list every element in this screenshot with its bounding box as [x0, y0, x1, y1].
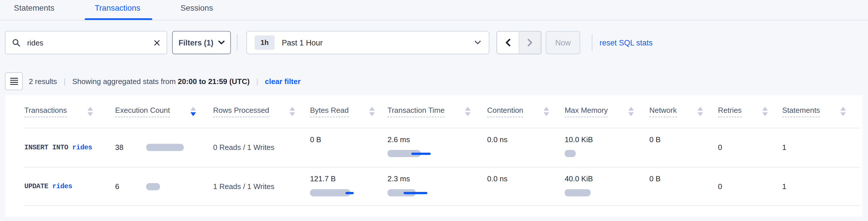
bytes-read-mean-bar	[345, 192, 354, 194]
column-header-contention[interactable]: Contention	[487, 106, 565, 117]
time-window-stepper	[496, 31, 541, 54]
reset-sql-stats-link[interactable]: reset SQL stats	[599, 31, 653, 54]
search-icon	[12, 38, 21, 47]
transaction-fingerprint-link[interactable]: UPDATE rides	[25, 167, 115, 206]
column-header-retries[interactable]: Retries	[718, 106, 782, 117]
transaction-time-mean-bar	[411, 153, 431, 155]
sort-arrows-icon[interactable]	[697, 107, 703, 116]
toolbar-divider	[237, 34, 238, 51]
contention-cell: 0.0 ns	[487, 128, 565, 167]
sort-arrows-icon[interactable]	[840, 107, 846, 116]
time-range-label: Past 1 Hour	[282, 38, 322, 47]
table-name-link[interactable]: rides	[52, 183, 72, 190]
column-header-bytes-read[interactable]: Bytes Read	[310, 106, 388, 117]
transactions-table: Transactions Execution Count Rows Proces…	[5, 95, 863, 217]
column-header-execution-count[interactable]: Execution Count	[115, 106, 213, 117]
tabbar-divider	[0, 20, 868, 21]
column-header-rows-processed[interactable]: Rows Processed	[213, 106, 310, 117]
time-window-bold: 20:00 to 21:59 (UTC)	[178, 77, 249, 86]
tab-transactions[interactable]: Transactions	[95, 3, 141, 12]
network-cell: 0 B	[649, 167, 718, 206]
chevron-down-icon	[218, 40, 224, 44]
results-count: 2 results	[29, 77, 57, 86]
sort-arrows-icon[interactable]	[628, 107, 634, 116]
showing-stats-text: Showing aggregated stats from 20:00 to 2…	[72, 77, 250, 86]
rows-processed-cell: 1 Reads / 1 Writes	[213, 167, 310, 206]
sql-activity-page: Statements Transactions Sessions Filters…	[0, 0, 868, 221]
table-header-row: Transactions Execution Count Rows Proces…	[5, 95, 863, 128]
transaction-time-mean-bar	[403, 192, 427, 194]
max-memory-cell: 40.0 KiB	[565, 167, 649, 206]
time-range-selector[interactable]: 1h Past 1 Hour	[246, 31, 489, 54]
statements-cell: 1	[782, 128, 859, 167]
clear-filter-link[interactable]: clear filter	[265, 77, 301, 86]
max-memory-cell: 10.0 KiB	[565, 128, 649, 167]
tab-sessions[interactable]: Sessions	[181, 3, 213, 12]
time-range-badge: 1h	[255, 35, 275, 50]
column-header-max-memory[interactable]: Max Memory	[565, 106, 649, 117]
column-selector-icon	[10, 77, 18, 85]
column-header-transactions[interactable]: Transactions	[25, 106, 115, 117]
transaction-time-cell: 2.6 ms	[388, 128, 487, 167]
chevron-right-icon	[528, 39, 532, 46]
contention-cell: 0.0 ns	[487, 167, 565, 206]
table-row: UPDATE rides 6 1 Reads / 1 Writes 121.7 …	[5, 167, 863, 206]
table-row: INSERT INTO rides 38 0 Reads / 1 Writes …	[5, 128, 863, 167]
sort-arrows-icon[interactable]	[190, 107, 196, 116]
sort-arrows-icon[interactable]	[87, 107, 93, 116]
network-cell: 0 B	[649, 128, 718, 167]
filters-label: Filters (1)	[179, 38, 213, 47]
execution-count-cell: 38	[115, 128, 213, 167]
execution-count-bar	[146, 144, 184, 151]
statements-cell: 1	[782, 167, 859, 206]
chevron-left-icon	[505, 39, 510, 46]
now-button[interactable]: Now	[546, 31, 580, 54]
transaction-time-cell: 2.3 ms	[388, 167, 487, 206]
previous-time-window-button[interactable]	[497, 32, 519, 54]
rows-processed-cell: 0 Reads / 1 Writes	[213, 128, 310, 167]
chevron-down-icon	[474, 40, 481, 44]
separator: |	[64, 77, 66, 86]
tab-statements[interactable]: Statements	[14, 3, 55, 12]
bytes-read-cell: 121.7 B	[310, 167, 388, 206]
execution-count-cell: 6	[115, 167, 213, 206]
retries-cell: 0	[718, 128, 782, 167]
search-box[interactable]	[5, 31, 167, 54]
sort-arrows-icon[interactable]	[465, 107, 471, 116]
results-summary: 2 results | Showing aggregated stats fro…	[29, 72, 301, 90]
sort-arrows-icon[interactable]	[762, 107, 768, 116]
column-header-statements[interactable]: Statements	[782, 106, 859, 117]
max-memory-bar	[565, 189, 591, 196]
clear-search-icon[interactable]	[154, 39, 160, 45]
next-time-window-button[interactable]	[519, 32, 541, 54]
table-name-link[interactable]: rides	[72, 144, 92, 151]
transaction-fingerprint-link[interactable]: INSERT INTO rides	[25, 128, 115, 167]
filters-button[interactable]: Filters (1)	[172, 31, 231, 54]
bytes-read-bar	[310, 189, 350, 196]
sort-arrows-icon[interactable]	[290, 107, 295, 116]
separator: |	[256, 77, 258, 86]
column-header-transaction-time[interactable]: Transaction Time	[388, 106, 487, 117]
max-memory-bar	[565, 150, 576, 157]
sort-arrows-icon[interactable]	[544, 107, 549, 116]
column-selector-button[interactable]	[5, 72, 23, 90]
column-header-network[interactable]: Network	[649, 106, 718, 117]
toolbar-divider	[592, 34, 592, 51]
sort-arrows-icon[interactable]	[369, 107, 375, 116]
bytes-read-cell: 0 B	[310, 128, 388, 167]
search-input[interactable]	[26, 38, 154, 48]
retries-cell: 0	[718, 167, 782, 206]
execution-count-bar	[146, 183, 160, 190]
